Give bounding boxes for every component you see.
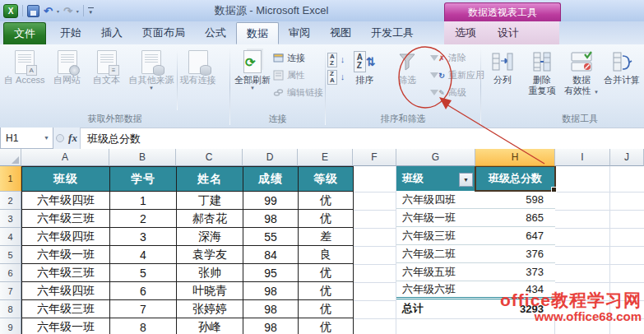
- row-header[interactable]: 8: [0, 300, 21, 318]
- cell[interactable]: 总计: [396, 299, 475, 318]
- column-header-f[interactable]: F: [353, 149, 396, 166]
- cell[interactable]: 2: [110, 210, 177, 228]
- cell[interactable]: 六年级三班: [22, 264, 110, 282]
- cell[interactable]: 优: [299, 282, 354, 300]
- filter-button[interactable]: 筛选: [384, 47, 430, 86]
- cell[interactable]: 六年级二班: [396, 245, 475, 262]
- tab-options[interactable]: 选项: [444, 21, 487, 44]
- consolidate-button[interactable]: 合并计算: [601, 47, 642, 86]
- undo-dropdown-icon[interactable]: ▾: [57, 8, 59, 14]
- column-header-i[interactable]: I: [555, 149, 610, 166]
- row-header[interactable]: 5: [0, 246, 21, 264]
- cell[interactable]: 优: [299, 300, 354, 318]
- header-cell-score[interactable]: 成绩: [243, 167, 299, 192]
- cell[interactable]: 647: [475, 227, 555, 244]
- cell[interactable]: 袁学友: [177, 246, 243, 264]
- name-box-dropdown-icon[interactable]: ▼: [44, 135, 49, 141]
- cell[interactable]: 优: [299, 264, 354, 282]
- cell[interactable]: 六年级一班: [22, 246, 110, 264]
- cell[interactable]: 55: [243, 228, 299, 246]
- tab-data[interactable]: 数据: [236, 22, 279, 44]
- header-cell-name[interactable]: 姓名: [177, 167, 243, 192]
- refresh-all-button[interactable]: ⟳ 全部刷新 ▼: [232, 47, 273, 91]
- cell[interactable]: 良: [299, 246, 354, 264]
- cell[interactable]: 4: [110, 246, 177, 264]
- cell[interactable]: 六年级一班: [396, 209, 475, 226]
- cell[interactable]: 98: [243, 300, 299, 318]
- redo-icon[interactable]: ↷: [63, 6, 72, 16]
- save-icon[interactable]: [27, 5, 39, 17]
- undo-icon[interactable]: ↶: [44, 6, 53, 16]
- remove-duplicates-button[interactable]: 删除 重复项: [522, 47, 562, 96]
- column-header-c[interactable]: C: [176, 149, 243, 166]
- properties-button[interactable]: 属性: [273, 67, 323, 83]
- cell[interactable]: 六年级六班: [396, 281, 475, 297]
- cell[interactable]: 99: [243, 192, 299, 210]
- reapply-filter-button[interactable]: ↻ 重新应用: [430, 67, 484, 83]
- cell[interactable]: 98: [243, 210, 299, 228]
- cell[interactable]: 叶晓青: [177, 282, 243, 300]
- clear-filter-button[interactable]: ✗ 清除: [430, 50, 484, 66]
- redo-dropdown-icon[interactable]: ▾: [76, 8, 79, 14]
- tab-page-layout[interactable]: 页面布局: [132, 22, 195, 44]
- column-header-b[interactable]: B: [109, 149, 176, 166]
- cell[interactable]: 84: [243, 246, 299, 264]
- cell[interactable]: 六年级四班: [396, 191, 475, 208]
- cell[interactable]: 优: [299, 210, 354, 228]
- cell[interactable]: 5: [110, 264, 177, 282]
- cell[interactable]: 598: [475, 191, 555, 208]
- cell[interactable]: 六年级五班: [396, 263, 475, 281]
- cell[interactable]: 98: [243, 282, 299, 300]
- sort-ascending-button[interactable]: AZ ↓: [327, 52, 345, 67]
- cell[interactable]: 六年级三班: [396, 227, 475, 244]
- from-web-button[interactable]: 自网站: [48, 47, 87, 86]
- row-header[interactable]: 4: [0, 228, 21, 246]
- cell[interactable]: 六年级四班: [22, 192, 110, 210]
- cell[interactable]: 深海: [177, 228, 243, 246]
- cell[interactable]: 六年级一班: [22, 318, 110, 334]
- column-header-a[interactable]: A: [21, 149, 109, 166]
- select-all-corner[interactable]: [0, 149, 21, 166]
- tab-insert[interactable]: 插入: [91, 22, 132, 44]
- from-access-button[interactable]: A 自 Access: [2, 47, 48, 86]
- from-text-button[interactable]: ≡ 自文本: [87, 47, 127, 86]
- column-header-d[interactable]: D: [243, 149, 298, 166]
- edit-links-button[interactable]: 编辑链接: [273, 85, 323, 100]
- row-header[interactable]: 7: [0, 282, 21, 300]
- column-header-j[interactable]: J: [610, 149, 644, 166]
- row-header[interactable]: 3: [0, 210, 21, 228]
- column-header-g[interactable]: G: [396, 149, 475, 166]
- cell[interactable]: 张帅: [177, 264, 243, 282]
- text-to-columns-button[interactable]: 分列: [483, 47, 522, 86]
- cell[interactable]: 376: [475, 245, 555, 262]
- cell[interactable]: 优: [299, 318, 354, 334]
- connections-button[interactable]: 连接: [273, 50, 323, 66]
- cell[interactable]: 1: [110, 192, 177, 210]
- data-validation-button[interactable]: 数据 有效性 ▼: [562, 47, 601, 96]
- header-cell-grade[interactable]: 等级: [299, 167, 354, 192]
- cell[interactable]: 3: [110, 228, 177, 246]
- header-cell-student-no[interactable]: 学号: [110, 167, 177, 192]
- insert-function-icon[interactable]: fx: [68, 132, 77, 145]
- column-header-h-selected[interactable]: H: [475, 149, 555, 166]
- cell[interactable]: 孙峰: [177, 318, 243, 334]
- cell[interactable]: 六年级三班: [22, 210, 110, 228]
- header-cell-class[interactable]: 班级: [22, 167, 110, 192]
- cell[interactable]: 6: [110, 282, 177, 300]
- sort-button[interactable]: AZ ⇅ 排序: [345, 47, 384, 86]
- cell[interactable]: 张婷婷: [177, 300, 243, 318]
- cell[interactable]: 优: [299, 192, 354, 210]
- cell[interactable]: 8: [110, 318, 177, 334]
- name-box[interactable]: H1 ▼: [0, 128, 53, 149]
- tab-view[interactable]: 视图: [320, 22, 361, 44]
- row-header[interactable]: 2: [0, 192, 21, 210]
- row-header-1-selected[interactable]: 1: [0, 166, 21, 192]
- cell[interactable]: 丁建: [177, 192, 243, 210]
- tab-design[interactable]: 设计: [487, 21, 530, 44]
- cell[interactable]: 差: [299, 228, 354, 246]
- cell[interactable]: 865: [475, 209, 555, 226]
- from-other-sources-button[interactable]: 自其他来源 ▼: [127, 47, 177, 91]
- cell[interactable]: 7: [110, 300, 177, 318]
- cell[interactable]: 六年级四班: [22, 228, 110, 246]
- cell[interactable]: 郝杏花: [177, 210, 243, 228]
